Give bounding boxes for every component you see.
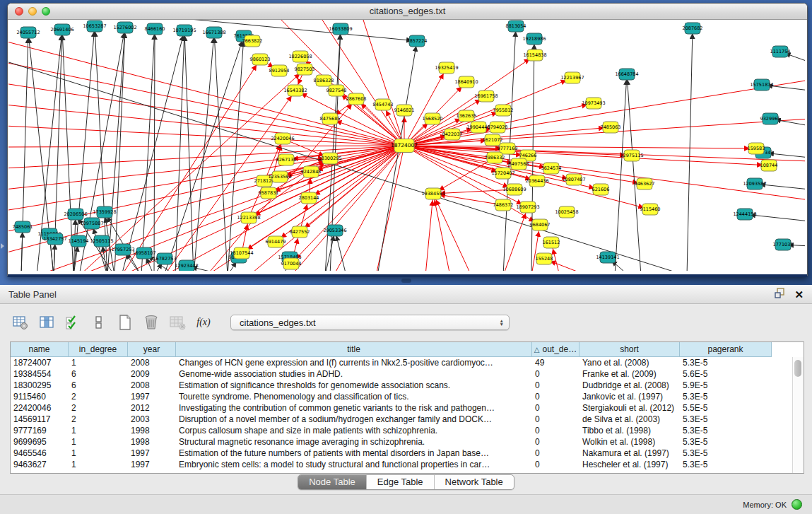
graph-node-label: 16671388 bbox=[202, 30, 225, 35]
graph-node-label: 159583 bbox=[748, 146, 765, 151]
graph-node-label: 15751874 bbox=[750, 82, 773, 88]
table-scrollbar[interactable] bbox=[792, 357, 804, 473]
graph-edge-red[interactable] bbox=[503, 207, 528, 271]
graph-edge-black[interactable] bbox=[95, 26, 107, 271]
table-row[interactable]: 911546021997Tourette syndrome. Phenomeno… bbox=[11, 391, 804, 402]
graph-node-label: 9115460 bbox=[640, 206, 661, 212]
tab-node-table[interactable]: Node Table bbox=[298, 475, 366, 489]
graph-edge-black[interactable] bbox=[627, 74, 641, 271]
graph-edge-black[interactable] bbox=[687, 28, 693, 271]
graph-edge-red[interactable] bbox=[362, 20, 404, 146]
graph-node-label: 161512 bbox=[543, 240, 560, 245]
graph-node-label: 12093587 bbox=[743, 181, 766, 187]
table-cell: Estimation of significance thresholds fo… bbox=[176, 380, 532, 391]
graph-node-label: 17359928 bbox=[93, 209, 116, 215]
clear-selection-icon[interactable] bbox=[90, 313, 108, 332]
graph-edge-black[interactable] bbox=[377, 41, 417, 271]
table-row[interactable]: 946362711997Embryonic stem cells: a mode… bbox=[11, 459, 804, 470]
table-row[interactable]: 2242004622012Investigating the contribut… bbox=[11, 402, 804, 414]
graph-edge-black[interactable] bbox=[184, 30, 194, 271]
graph-edge-red[interactable] bbox=[433, 194, 471, 271]
table-body: 1872400712008Changes of HCN gene express… bbox=[11, 357, 804, 470]
graph-edge-red[interactable] bbox=[404, 146, 769, 165]
table-settings-icon[interactable] bbox=[11, 313, 30, 332]
graph-node-label: 9684067 bbox=[530, 222, 551, 228]
tab-network-table[interactable]: Network Table bbox=[434, 475, 514, 489]
graph-edge-red[interactable] bbox=[8, 62, 404, 146]
table-row[interactable]: 1456911722003Disruption of a novel membe… bbox=[11, 414, 804, 425]
graph-node-label: 16958107 bbox=[132, 250, 155, 256]
table-selector-dropdown[interactable]: citations_edges.txt ▲▼ bbox=[230, 315, 510, 330]
graph-edge-black[interactable] bbox=[175, 30, 184, 271]
graph-edge-black[interactable] bbox=[79, 28, 125, 271]
network-canvas[interactable]: 1872400724055712206914061065328715276002… bbox=[8, 20, 805, 271]
table-cell: Estimation of the future numbers of pati… bbox=[176, 448, 532, 459]
graph-node-label: 9827548 bbox=[326, 88, 347, 93]
graph-node-label: 9463627 bbox=[635, 181, 655, 187]
float-panel-icon[interactable] bbox=[775, 287, 786, 301]
graph-edge-black[interactable] bbox=[228, 36, 244, 271]
graph-edge-red[interactable] bbox=[122, 146, 404, 271]
table-row[interactable]: 969969511998Structural magnetic resonanc… bbox=[11, 436, 804, 448]
table-cell: Jankovic et al. (1997) bbox=[579, 391, 680, 402]
close-window-icon[interactable] bbox=[15, 7, 23, 16]
graph-edge-black[interactable] bbox=[21, 227, 23, 271]
graph-node-label: 19218986 bbox=[522, 36, 546, 42]
table-cell: 18300295 bbox=[11, 380, 69, 391]
column-header-year[interactable]: year bbox=[128, 342, 176, 357]
graph-node-label: 6914479 bbox=[266, 239, 286, 245]
column-header-pagerank[interactable]: pagerank bbox=[680, 342, 772, 357]
graph-edge-red[interactable] bbox=[433, 194, 450, 271]
graph-node-label: 18300295 bbox=[318, 156, 341, 161]
graph-edge-red[interactable] bbox=[425, 194, 433, 271]
graph-edge-red[interactable] bbox=[376, 146, 404, 271]
graph-edge-black[interactable] bbox=[194, 33, 214, 271]
window-titlebar[interactable]: citations_edges.txt bbox=[8, 4, 807, 20]
graph-edge-red[interactable] bbox=[433, 158, 495, 194]
table-cell: Hescheler et al. (1997) bbox=[579, 459, 680, 470]
column-header-title[interactable]: title bbox=[176, 342, 532, 357]
graph-edge-black[interactable] bbox=[73, 26, 95, 271]
graph-edge-red[interactable] bbox=[404, 55, 535, 146]
column-visibility-icon[interactable] bbox=[37, 313, 56, 332]
minimize-window-icon[interactable] bbox=[28, 7, 37, 16]
graph-node-label: 18640910 bbox=[454, 79, 478, 85]
graph-edge-black[interactable] bbox=[214, 33, 228, 271]
column-header-out_de[interactable]: △out_de… bbox=[532, 342, 579, 357]
graph-edge-black[interactable] bbox=[615, 74, 627, 271]
table-row[interactable]: 946554611997Estimation of the future num… bbox=[11, 448, 804, 459]
table-cell: 0 bbox=[532, 391, 579, 402]
graph-node-label: 16961758 bbox=[474, 93, 498, 99]
graph-node-label: 2867608 bbox=[346, 96, 367, 102]
close-panel-icon[interactable]: ✕ bbox=[794, 289, 804, 300]
table-cell: Dudbridge et al. (2008) bbox=[579, 380, 680, 391]
table-row[interactable]: 1872400712008Changes of HCN gene express… bbox=[11, 357, 804, 368]
graph-edge-red[interactable] bbox=[291, 146, 404, 271]
column-header-in_degree[interactable]: in_degree bbox=[69, 342, 128, 357]
graph-node-label: 16154838 bbox=[523, 52, 546, 58]
new-file-icon[interactable] bbox=[116, 313, 134, 332]
function-builder-icon[interactable]: f(x) bbox=[194, 313, 213, 332]
table-row[interactable]: 977716911998Corpus callosum shape and si… bbox=[11, 425, 804, 436]
graph-edge-black[interactable] bbox=[335, 230, 346, 271]
column-header-name[interactable]: name bbox=[11, 342, 69, 357]
graph-edge-red[interactable] bbox=[291, 146, 404, 264]
table-cell: 2003 bbox=[128, 414, 176, 425]
table-row[interactable]: 1830029562008Estimation of significance … bbox=[11, 380, 804, 391]
tab-edge-table[interactable]: Edge Table bbox=[366, 475, 434, 489]
memory-status-icon[interactable] bbox=[792, 499, 802, 510]
hidden-panel-arrow-icon[interactable] bbox=[1, 243, 4, 249]
table-cell: 1998 bbox=[128, 436, 176, 448]
table-scrollbar-thumb[interactable] bbox=[794, 360, 801, 377]
graph-node-label: 18226058 bbox=[288, 54, 312, 59]
table-row[interactable]: 1938455462009Genome-wide association stu… bbox=[11, 368, 804, 380]
graph-node-label: 12213398 bbox=[237, 215, 260, 221]
table-cell: 9115460 bbox=[11, 391, 69, 402]
zoom-window-icon[interactable] bbox=[42, 7, 50, 16]
delete-icon[interactable] bbox=[142, 313, 160, 332]
panel-splitter-handle[interactable] bbox=[401, 279, 411, 283]
column-header-short[interactable]: short bbox=[579, 342, 680, 357]
select-all-icon[interactable] bbox=[64, 313, 82, 332]
table-cell: 2008 bbox=[128, 357, 176, 368]
graph-edge-black[interactable] bbox=[62, 30, 73, 271]
